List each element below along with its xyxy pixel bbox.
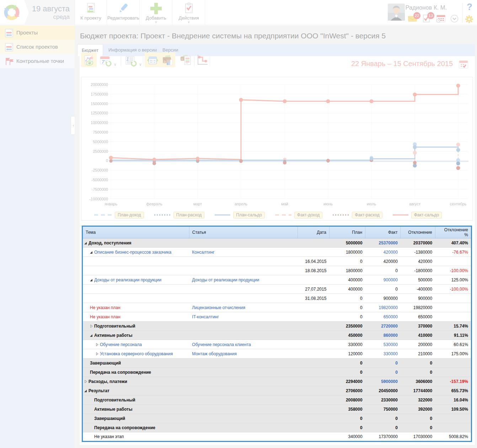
svg-text:сентябрь: сентябрь: [450, 202, 467, 206]
svg-text:12500000: 12500000: [91, 111, 108, 115]
svg-text:2500000: 2500000: [93, 149, 108, 153]
svg-text:15000000: 15000000: [91, 102, 108, 106]
svg-text:-2500000: -2500000: [92, 168, 108, 172]
svg-text:-5000000: -5000000: [92, 178, 108, 182]
svg-text:22: 22: [415, 14, 419, 18]
svg-text:D: D: [164, 60, 166, 63]
svg-text:13: 13: [429, 14, 433, 18]
svg-text:20000000: 20000000: [91, 82, 108, 87]
svg-text:1: 1: [126, 56, 129, 62]
svg-text:январь: январь: [104, 202, 117, 206]
svg-text:май: май: [281, 202, 288, 206]
svg-text:-10000000: -10000000: [89, 197, 108, 201]
svg-text:апрель: апрель: [235, 202, 247, 206]
svg-text:март: март: [193, 202, 202, 206]
svg-text:10000000: 10000000: [91, 120, 108, 125]
svg-text:7500000: 7500000: [93, 130, 108, 134]
svg-text:июль: июль: [367, 202, 376, 206]
svg-text:-7500000: -7500000: [92, 187, 108, 191]
svg-text:5000000: 5000000: [93, 140, 108, 144]
svg-text:D: D: [181, 58, 183, 60]
svg-text:0: 0: [106, 158, 108, 163]
svg-text:7: 7: [102, 59, 105, 65]
svg-text:август: август: [409, 202, 420, 206]
svg-text:17500000: 17500000: [91, 92, 108, 96]
svg-text:июнь: июнь: [323, 202, 333, 206]
svg-text:февраль: февраль: [146, 202, 162, 206]
